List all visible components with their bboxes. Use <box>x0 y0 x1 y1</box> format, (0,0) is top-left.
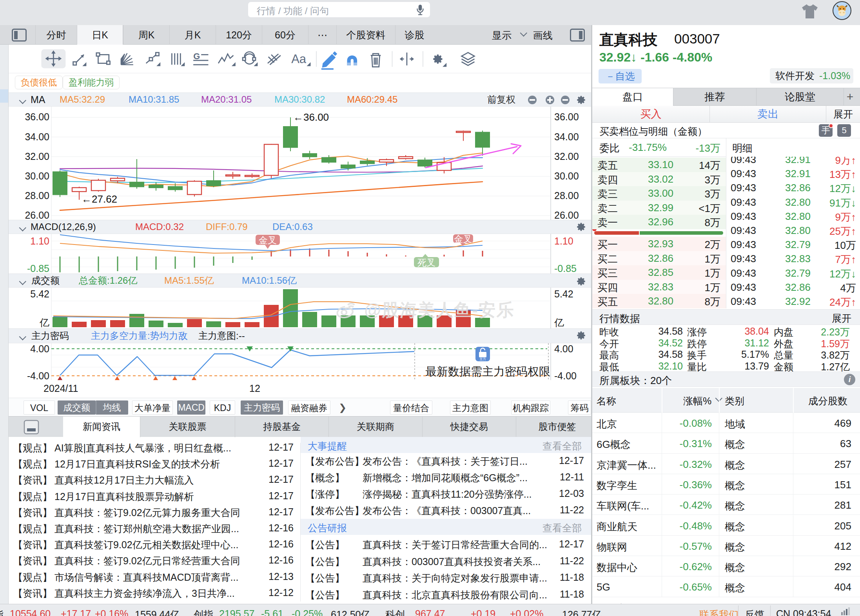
svg-text:主力: 主力 <box>479 357 486 361</box>
svg-text:5.42: 5.42 <box>30 288 49 299</box>
svg-text:26.00: 26.00 <box>25 210 49 220</box>
svg-text:34.00: 34.00 <box>554 131 579 142</box>
svg-text:-4.00: -4.00 <box>27 370 49 380</box>
svg-text:30.00: 30.00 <box>554 170 579 181</box>
svg-text:1.10: 1.10 <box>554 236 573 246</box>
svg-text:亿: 亿 <box>39 317 49 328</box>
svg-text:金叉: 金叉 <box>454 234 472 244</box>
svg-text:26.00: 26.00 <box>554 210 579 220</box>
svg-text:亿: 亿 <box>554 317 564 328</box>
svg-text:-0.85: -0.85 <box>554 263 577 274</box>
svg-text:死叉: 死叉 <box>417 257 435 268</box>
svg-text:金叉: 金叉 <box>259 235 277 245</box>
svg-text:34.00: 34.00 <box>25 131 49 142</box>
svg-text:←27.62: ←27.62 <box>82 193 117 205</box>
svg-text:32.00: 32.00 <box>554 151 579 162</box>
svg-text:30.00: 30.00 <box>25 170 49 181</box>
svg-text:-4.00: -4.00 <box>554 370 577 380</box>
svg-text:-0.85: -0.85 <box>27 263 49 274</box>
svg-text:G: G <box>193 51 200 61</box>
svg-text:4.00: 4.00 <box>30 343 49 354</box>
svg-text:5.42: 5.42 <box>554 288 573 299</box>
svg-text:←36.00: ←36.00 <box>293 111 329 123</box>
svg-text:最新数据需主力密码权限: 最新数据需主力密码权限 <box>425 365 550 378</box>
svg-text:28.00: 28.00 <box>25 190 49 201</box>
svg-text:1.10: 1.10 <box>30 236 49 246</box>
svg-text:36.00: 36.00 <box>25 111 49 122</box>
svg-text:Aa: Aa <box>291 52 307 66</box>
svg-text:28.00: 28.00 <box>554 190 579 201</box>
svg-text:4.00: 4.00 <box>554 343 573 354</box>
svg-text:32.00: 32.00 <box>25 151 49 162</box>
svg-text:36.00: 36.00 <box>554 111 579 122</box>
